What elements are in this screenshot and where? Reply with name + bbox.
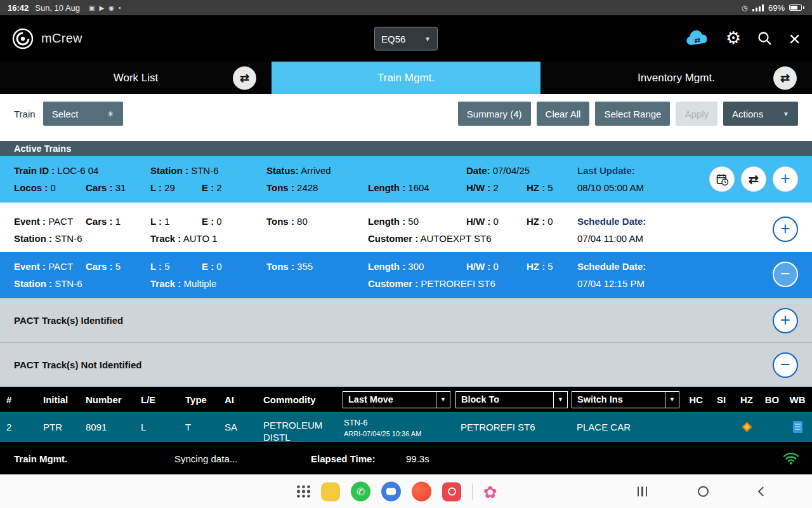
notification-dot-icon: •: [119, 4, 121, 11]
app-header: mCrew EQ56 ▼ ⇄ ⚙ ×: [0, 15, 812, 62]
cars-label: Cars :: [86, 182, 113, 193]
schedule-calendar-button[interactable]: [709, 166, 735, 192]
chevron-down-icon: ▼: [424, 35, 431, 42]
mcrew-app-screen: 16:42 Sun, 10 Aug ▣ ▶ ◉ • ◷ 69% mCrew EQ…: [0, 0, 812, 508]
event-expand-button[interactable]: +: [773, 217, 798, 242]
camera-app-icon[interactable]: [442, 482, 461, 501]
cars-value: 1: [115, 216, 121, 227]
search-icon[interactable]: [757, 30, 773, 46]
car-last-move: STN-6 ARRI-07/04/25 10:36 AM: [336, 412, 455, 442]
cloud-sync-icon[interactable]: ⇄: [684, 30, 710, 47]
clear-all-button[interactable]: Clear All: [537, 102, 590, 126]
event-collapse-button[interactable]: −: [773, 262, 798, 287]
loads-label: L :: [150, 182, 162, 193]
inventory-swap-icon[interactable]: ⇄: [773, 66, 797, 90]
chevron-down-icon: ▼: [553, 392, 567, 408]
car-wb-flag[interactable]: [785, 421, 810, 433]
image-notification-icon: ▣: [89, 4, 95, 11]
loading-spinner-icon: ✳: [107, 109, 114, 119]
loads-value: 29: [164, 182, 175, 193]
pact-identified-section[interactable]: PACT Track(s) Identified +: [0, 298, 812, 342]
battery-icon: [789, 4, 802, 11]
hw-value: 0: [494, 261, 499, 272]
status-label: Status:: [266, 165, 299, 176]
back-button[interactable]: [758, 486, 768, 497]
pact-not-identified-section[interactable]: PACT Track(s) Not Identified −: [0, 342, 812, 387]
summary-button[interactable]: Summary (4): [458, 102, 531, 126]
train-id-field: Train ID : LOC-6 04 Locos : 0Cars : 31: [14, 162, 126, 196]
car-hz-flag: [734, 424, 759, 431]
last-move-filter-dropdown[interactable]: Last Move ▼: [343, 391, 450, 408]
tons-label: Tons :: [266, 261, 294, 272]
home-button[interactable]: [698, 486, 709, 497]
app-title: mCrew: [41, 31, 82, 46]
settings-gear-icon[interactable]: ⚙: [726, 30, 741, 47]
alarm-icon: ◷: [742, 4, 748, 12]
app-drawer-icon[interactable]: [297, 485, 310, 498]
active-train-row[interactable]: Train ID : LOC-6 04 Locos : 0Cars : 31 S…: [0, 156, 812, 203]
car-table-row[interactable]: 2 PTR 8091 L T SA PETROLEUM DISTL STN-6 …: [0, 412, 812, 442]
block-to-filter-dropdown[interactable]: Block To ▼: [455, 391, 568, 408]
col-header-hz: HZ: [734, 394, 759, 405]
station-label: Station :: [14, 278, 52, 289]
select-range-button[interactable]: Select Range: [595, 102, 670, 126]
date-label: Date:: [466, 165, 490, 176]
train-event-row-1[interactable]: Event : PACTCars : 1 Station : STN-6 L :…: [0, 207, 812, 252]
train-select-dropdown[interactable]: Select ✳: [43, 102, 123, 126]
recents-button[interactable]: [638, 487, 648, 497]
schedule-date-field: Schedule Date: 07/04 12:15 PM: [577, 258, 646, 292]
equipment-selector[interactable]: EQ56 ▼: [374, 27, 438, 50]
close-icon[interactable]: ×: [789, 29, 801, 49]
tab-train-mgmt[interactable]: Train Mgmt.: [272, 62, 540, 94]
toolbar-buttons: Summary (4) Clear All Select Range Apply…: [458, 102, 798, 126]
car-type: T: [179, 422, 218, 432]
train-event-row-2[interactable]: Event : PACTCars : 5 Station : STN-6 L :…: [0, 252, 812, 298]
customer-label: Customer :: [368, 233, 418, 244]
schedule-date-value: 07/04 11:00 AM: [577, 233, 643, 244]
event-value: PACT: [48, 261, 73, 272]
elapsed-time-value: 99.3s: [406, 453, 429, 464]
col-header-ai: AI: [218, 394, 257, 405]
train-expand-button[interactable]: +: [773, 166, 798, 192]
car-le: L: [134, 422, 179, 432]
messages-app-icon[interactable]: [381, 482, 401, 502]
pact-not-identified-title: PACT Track(s) Not Identified: [14, 359, 141, 370]
internet-app-icon[interactable]: [412, 482, 431, 502]
car-ai: SA: [218, 422, 257, 432]
hw-label: H/W :: [466, 182, 490, 193]
train-swap-button[interactable]: ⇄: [741, 166, 766, 192]
car-initial: PTR: [37, 422, 79, 432]
gallery-app-icon[interactable]: ✿: [483, 483, 497, 500]
loads-empties-field: L : 5E : 0 Track : Multiple: [150, 258, 222, 292]
equipment-selector-value: EQ56: [381, 33, 405, 44]
phone-app-icon[interactable]: ✆: [351, 482, 370, 502]
notes-app-icon[interactable]: [321, 482, 340, 501]
station-value: STN-6: [55, 233, 82, 244]
mcrew-logo-icon: [11, 27, 34, 50]
actions-dropdown[interactable]: Actions ▼: [723, 102, 798, 126]
loads-value: 5: [164, 261, 169, 272]
work-list-swap-icon[interactable]: ⇄: [233, 66, 256, 90]
event-value: PACT: [48, 216, 73, 227]
chevron-down-icon: ▼: [665, 392, 679, 408]
dock-divider: [472, 483, 473, 500]
tab-work-list-label: Work List: [114, 72, 159, 84]
train-label: Train: [14, 109, 36, 119]
station-label: Station :: [14, 233, 52, 244]
hz-label: HZ :: [527, 216, 545, 227]
signal-icon: [752, 4, 764, 11]
col-header-number: Number: [79, 394, 134, 405]
apply-button[interactable]: Apply: [676, 102, 717, 126]
car-switch-ins: PLACE CAR: [572, 422, 683, 432]
switch-ins-filter-dropdown[interactable]: Switch Ins ▼: [572, 391, 679, 408]
tab-work-list[interactable]: Work List ⇄: [0, 62, 272, 94]
tons-field: Tons : 355: [266, 258, 313, 275]
pact-not-identified-collapse-button[interactable]: −: [773, 352, 798, 378]
hz-label: HZ :: [527, 182, 545, 193]
hz-value: 5: [547, 261, 553, 272]
pact-identified-expand-button[interactable]: +: [773, 308, 798, 333]
tab-inventory-mgmt[interactable]: Inventory Mgmt. ⇄: [540, 62, 812, 94]
train-date-field: Date: 07/04/25 H/W : 2HZ : 5: [466, 162, 553, 196]
sync-arrows-icon: ⇄: [694, 36, 700, 44]
car-number: 8091: [79, 422, 134, 432]
